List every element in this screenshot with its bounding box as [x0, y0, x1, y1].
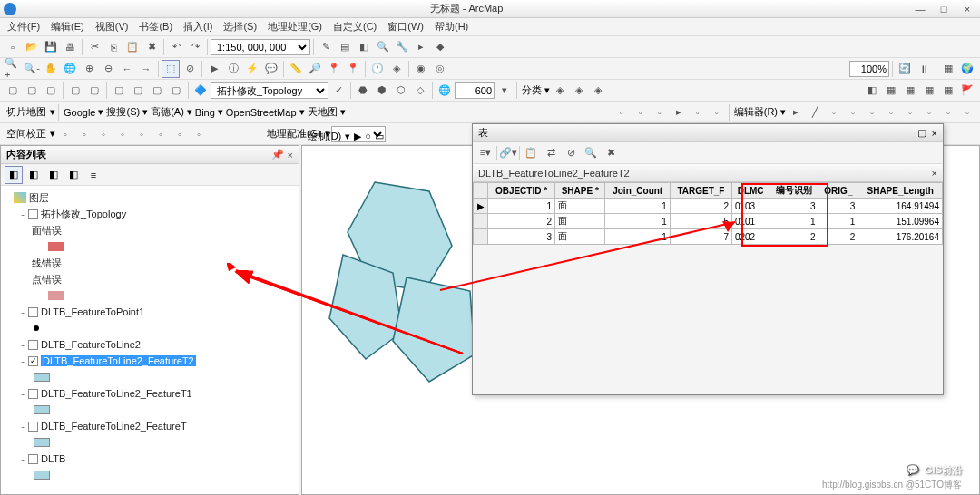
toc-list-by-source-icon[interactable]: ◧	[24, 166, 43, 184]
sp2-icon[interactable]: ◦	[75, 125, 93, 143]
print-icon[interactable]: 🖶	[61, 38, 79, 56]
ext9-icon[interactable]: ▦	[920, 82, 938, 100]
ed-a-icon[interactable]: ▸	[787, 103, 805, 121]
table-row[interactable]: 3面17020222176.20164	[474, 229, 943, 245]
table-restore-icon[interactable]: ▢	[917, 127, 926, 139]
redo-icon[interactable]: ↷	[186, 38, 204, 56]
ext5-icon[interactable]: 🌍	[958, 60, 976, 78]
classify-label[interactable]: 分类	[520, 83, 544, 97]
topo3-icon[interactable]: ▢	[42, 82, 60, 100]
ext1-icon[interactable]: ◈	[387, 60, 406, 78]
column-header[interactable]: SHAPE *	[555, 183, 605, 199]
go-xy-icon[interactable]: 📍	[344, 60, 362, 78]
layer-checkbox[interactable]	[28, 422, 38, 432]
layer-label[interactable]: 线错误	[32, 257, 62, 270]
layer-label[interactable]: DLTB_FeatureToLine2_FeatureT2	[41, 355, 196, 366]
ext10-icon[interactable]: ▦	[939, 82, 957, 100]
undo-icon[interactable]: ↶	[167, 38, 185, 56]
fixed-zoom-out-icon[interactable]: ⊖	[99, 60, 117, 78]
paste-icon[interactable]: 📋	[123, 38, 142, 56]
table-related-icon[interactable]: 🔗▾	[499, 144, 517, 162]
ext11-icon[interactable]: 🚩	[958, 82, 976, 100]
clear-selection-icon[interactable]: ⊘	[181, 60, 199, 78]
layer-label[interactable]: DLTB_FeatureToLine2_FeatureT	[41, 421, 187, 432]
topology-icon[interactable]: 🔷	[191, 82, 210, 100]
ed4-icon[interactable]: ▸	[670, 103, 688, 121]
pin-icon[interactable]: 📌	[271, 149, 284, 160]
ext7-icon[interactable]: ▦	[882, 82, 900, 100]
editor-toolbar-icon[interactable]: ✎	[317, 38, 335, 56]
menu-file[interactable]: 文件(F)	[4, 19, 44, 34]
find-route-icon[interactable]: 📍	[325, 60, 343, 78]
class1-icon[interactable]: ◈	[551, 82, 569, 100]
layer-symbol[interactable]	[34, 373, 50, 382]
topo8-icon[interactable]: ▢	[148, 82, 166, 100]
toc-list-by-visibility-icon[interactable]: ◧	[44, 166, 63, 184]
bm-soso[interactable]: 搜搜(S)	[104, 105, 142, 119]
catalog-icon[interactable]: ◧	[355, 38, 373, 56]
layer-label[interactable]: DLTB_FeatureToLine2_FeatureT1	[41, 388, 192, 399]
select-elements-icon[interactable]: ▶	[205, 60, 223, 78]
bm-gaode[interactable]: 高德(A)	[149, 105, 186, 119]
class2-icon[interactable]: ◈	[570, 82, 588, 100]
attribute-table[interactable]: OBJECTID *SHAPE *Join_CountTARGET_FDLMC编…	[473, 182, 943, 245]
ed-b-icon[interactable]: ╱	[806, 103, 824, 121]
topo2-icon[interactable]: ▢	[23, 82, 41, 100]
toc-list-by-selection-icon[interactable]: ◧	[64, 166, 83, 184]
table-delete-icon[interactable]: ✖	[602, 144, 620, 162]
bm-bing[interactable]: Bing	[193, 107, 217, 118]
column-header[interactable]: OBJECTID *	[488, 183, 555, 199]
layer-symbol[interactable]	[34, 471, 50, 480]
topo1-icon[interactable]: ▢	[4, 82, 22, 100]
layer-symbol[interactable]	[34, 405, 50, 414]
menu-geoprocessing[interactable]: 地理处理(G)	[264, 19, 326, 34]
bm-tianditu[interactable]: 天地图	[306, 105, 339, 119]
draw-label[interactable]: 绘制(D)	[308, 130, 341, 143]
layer-checkbox[interactable]	[28, 307, 38, 317]
topo-err1-icon[interactable]: ⬣	[354, 82, 372, 100]
ed-d-icon[interactable]: ◦	[844, 103, 862, 121]
table-icon[interactable]: ▤	[336, 38, 354, 56]
tree-root[interactable]: 图层	[29, 191, 49, 205]
forward-icon[interactable]: →	[137, 60, 155, 78]
ext2-icon[interactable]: ◉	[412, 60, 430, 78]
topo9-icon[interactable]: ▢	[167, 82, 185, 100]
layer-label[interactable]: DLTB	[41, 453, 65, 464]
layer-checkbox[interactable]	[28, 454, 38, 464]
topo-err3-icon[interactable]: ⬡	[392, 82, 410, 100]
layer-checkbox[interactable]	[28, 340, 38, 350]
ed3-icon[interactable]: ◦	[651, 103, 669, 121]
topology-dropdown[interactable]: 拓扑修改_Topology	[211, 82, 328, 99]
layer-label[interactable]: DLTB_FeatureToLine2	[41, 339, 141, 350]
fixed-zoom-in-icon[interactable]: ⊕	[80, 60, 98, 78]
sp3-icon[interactable]: ◦	[94, 125, 113, 143]
class3-icon[interactable]: ◈	[589, 82, 607, 100]
hyper-icon[interactable]: ⚡	[243, 60, 261, 78]
table-tab-name[interactable]: DLTB_FeatureToLine2_FeatureT2	[478, 168, 932, 179]
new-icon[interactable]: ▫	[4, 38, 22, 56]
menu-bookmarks[interactable]: 书签(B)	[135, 19, 176, 34]
table-window[interactable]: 表 ▢ × ≡▾ 🔗▾ 📋 ⇄ ⊘ 🔍 ✖ DLTB_FeatureToLine…	[472, 123, 944, 395]
column-header[interactable]: DLMC	[731, 183, 769, 199]
ed1-icon[interactable]: ◦	[612, 103, 631, 121]
menu-edit[interactable]: 编辑(E)	[47, 19, 88, 34]
sp8-icon[interactable]: ◦	[190, 125, 208, 143]
scale-dropdown[interactable]: 1:150, 000, 000	[211, 39, 310, 55]
find-icon[interactable]: 🔎	[306, 60, 324, 78]
back-icon[interactable]: ←	[118, 60, 136, 78]
search-icon[interactable]: 🔍	[374, 38, 392, 56]
table-switch-icon[interactable]: ⇄	[542, 144, 560, 162]
topo-err2-icon[interactable]: ⬢	[373, 82, 391, 100]
draw-circle-icon[interactable]: ○	[365, 131, 371, 141]
layer-label[interactable]: 面错误	[32, 224, 62, 238]
delete-icon[interactable]: ✖	[142, 38, 161, 56]
tree-twisty[interactable]: -	[17, 209, 28, 219]
sp5-icon[interactable]: ◦	[132, 125, 151, 143]
draw-arrow-icon[interactable]: ▶	[354, 131, 361, 142]
ed-j-icon[interactable]: ◦	[958, 103, 976, 121]
layer-label[interactable]: 点错误	[32, 273, 62, 286]
table-close-button[interactable]: ×	[932, 128, 937, 139]
draw-rect-icon[interactable]: ▭	[375, 131, 384, 142]
column-header[interactable]: SHAPE_Length	[858, 183, 943, 199]
tree-twisty[interactable]: -	[17, 388, 28, 399]
